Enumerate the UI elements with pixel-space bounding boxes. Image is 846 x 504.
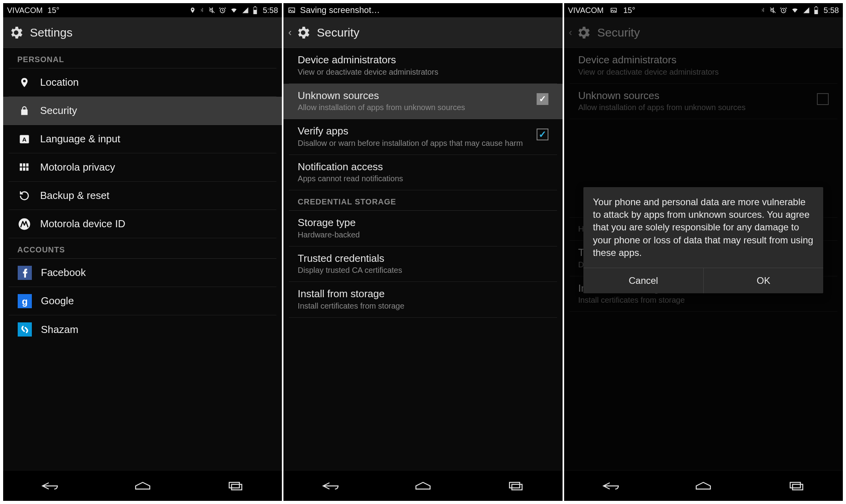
moto-m-icon: [17, 217, 31, 231]
restore-icon: [17, 189, 31, 203]
nav-back-button[interactable]: [314, 476, 346, 496]
nav-home-button[interactable]: [127, 476, 158, 496]
mute-icon: [769, 6, 776, 14]
nav-back-button[interactable]: [595, 476, 626, 496]
pref-subtitle: Apps cannot read notifications: [298, 174, 548, 184]
pref-install-from-storage[interactable]: Install from storage Install certificate…: [289, 282, 557, 318]
nav-recents-button[interactable]: [220, 476, 251, 496]
settings-item-label: Security: [40, 105, 77, 117]
svg-rect-18: [229, 482, 239, 488]
pref-subtitle: Hardware-backed: [298, 230, 548, 240]
temperature-label: 15°: [623, 6, 635, 15]
pref-unknown-sources[interactable]: Unknown sources Allow installation of ap…: [283, 84, 562, 120]
svg-text:g: g: [22, 296, 28, 307]
section-header-credential-storage: CREDENTIAL STORAGE: [289, 190, 557, 211]
security-list[interactable]: Device administrators View or deactivate…: [283, 48, 562, 470]
pref-title: Trusted credentials: [298, 252, 548, 265]
location-pin-icon: [17, 75, 31, 90]
dialog-cancel-button[interactable]: Cancel: [583, 268, 703, 293]
nav-back-button[interactable]: [34, 476, 65, 496]
dialog-ok-button[interactable]: OK: [703, 268, 824, 293]
svg-text:A: A: [22, 136, 27, 142]
pref-subtitle: View or deactivate device administrators: [578, 67, 829, 77]
bluetooth-icon: [760, 6, 766, 15]
checkbox-unknown-sources[interactable]: [537, 93, 548, 105]
facebook-icon: [17, 265, 32, 280]
nav-home-button[interactable]: [688, 476, 719, 496]
settings-list[interactable]: PERSONAL Location Security A Language & …: [3, 48, 282, 470]
pref-notification-access[interactable]: Notification access Apps cannot read not…: [289, 155, 557, 191]
pref-title: Notification access: [298, 160, 548, 173]
settings-item-motorola-privacy[interactable]: Motorola privacy: [9, 153, 276, 182]
signal-icon: [802, 7, 810, 14]
svg-rect-25: [815, 6, 817, 7]
pref-subtitle: Disallow or warn before installation of …: [298, 138, 528, 148]
svg-rect-2: [255, 6, 256, 7]
nav-recents-button[interactable]: [781, 476, 812, 496]
pref-title: Install from storage: [298, 287, 548, 300]
saving-label: Saving screenshot…: [300, 5, 380, 15]
status-bar: Saving screenshot…: [283, 3, 562, 17]
status-bar: VIVACOM 15° 5:58: [3, 3, 282, 17]
battery-icon: [813, 6, 819, 15]
navigation-bar: [564, 470, 843, 501]
dialog-body-text: Your phone and personal data are more vu…: [583, 187, 823, 268]
pref-title: Storage type: [298, 216, 548, 229]
pref-trusted-credentials[interactable]: Trusted credentials Display trusted CA c…: [289, 246, 557, 282]
checkbox-unknown-sources: [817, 93, 829, 105]
settings-gear-icon[interactable]: [575, 24, 592, 41]
grid-privacy-icon: [17, 160, 31, 175]
svg-rect-6: [20, 163, 22, 166]
unknown-sources-warning-dialog: Your phone and personal data are more vu…: [583, 187, 823, 294]
location-icon: [189, 6, 196, 15]
settings-item-label: Motorola privacy: [40, 161, 115, 173]
settings-item-google[interactable]: g Google: [9, 287, 276, 315]
pref-subtitle: Allow installation of apps from unknown …: [298, 103, 528, 112]
phone-1-settings: VIVACOM 15° 5:58: [3, 3, 282, 501]
pref-storage-type[interactable]: Storage type Hardware-backed: [289, 211, 557, 246]
svg-rect-3: [254, 7, 257, 10]
pref-verify-apps[interactable]: Verify apps Disallow or warn before inst…: [289, 119, 557, 155]
settings-item-backup-reset[interactable]: Backup & reset: [9, 182, 276, 210]
pref-device-administrators: Device administrators View or deactivate…: [570, 48, 837, 84]
clock-label: 5:58: [263, 6, 278, 15]
settings-item-security[interactable]: Security: [3, 97, 282, 125]
bluetooth-icon: [199, 6, 205, 15]
chevron-left-icon[interactable]: ‹: [569, 26, 572, 39]
checkbox-verify-apps[interactable]: [537, 129, 548, 140]
settings-gear-icon[interactable]: [295, 24, 311, 41]
mute-icon: [208, 6, 215, 14]
svg-rect-11: [26, 167, 29, 171]
pref-subtitle: Display trusted CA certificates: [298, 265, 548, 275]
svg-rect-27: [793, 484, 803, 490]
nav-home-button[interactable]: [407, 476, 439, 496]
settings-gear-icon: [8, 24, 24, 41]
settings-item-location[interactable]: Location: [9, 68, 276, 97]
pref-title: Device administrators: [578, 53, 829, 66]
svg-rect-10: [23, 167, 26, 171]
pref-device-administrators[interactable]: Device administrators View or deactivate…: [289, 48, 557, 84]
navigation-bar: [283, 470, 562, 501]
pref-subtitle: Install certificates from storage: [298, 301, 548, 311]
pref-title: Unknown sources: [578, 89, 809, 102]
settings-item-facebook[interactable]: Facebook: [9, 259, 276, 287]
alarm-icon: [780, 6, 787, 14]
nav-recents-button[interactable]: [500, 476, 532, 496]
clock-label: 5:58: [824, 6, 839, 15]
carrier-label: VIVACOM: [568, 6, 604, 15]
screenshot-save-icon: [287, 6, 296, 14]
carrier-label: VIVACOM: [7, 6, 43, 15]
pref-title: Device administrators: [298, 53, 548, 66]
screenshot-save-icon: [610, 7, 618, 14]
wifi-icon: [791, 7, 799, 14]
chevron-left-icon[interactable]: ‹: [288, 26, 292, 39]
pref-subtitle: Install certificates from storage: [578, 295, 829, 305]
svg-rect-26: [815, 7, 817, 10]
dialog-actions: Cancel OK: [583, 268, 823, 293]
settings-item-shazam[interactable]: Shazam: [9, 315, 276, 344]
settings-item-language-input[interactable]: A Language & input: [9, 125, 276, 153]
app-bar-title: Security: [317, 26, 359, 39]
settings-item-motorola-device-id[interactable]: Motorola device ID: [9, 210, 276, 238]
temperature-label: 15°: [48, 6, 59, 15]
svg-rect-21: [509, 482, 520, 488]
